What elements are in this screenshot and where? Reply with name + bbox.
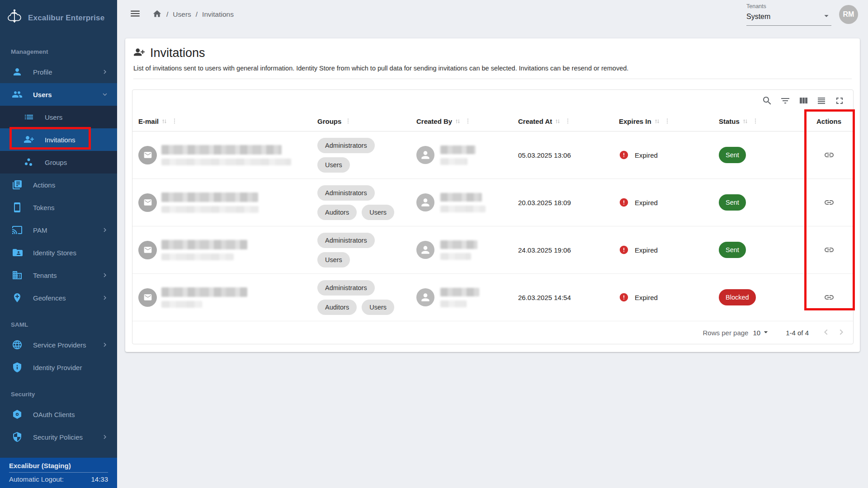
sidebar-section-header-management: Management: [0, 36, 117, 61]
breadcrumb-invitations[interactable]: Invitations: [202, 10, 234, 19]
invitation-link-button[interactable]: [824, 150, 835, 160]
sidebar-item-profile[interactable]: Profile: [0, 61, 117, 83]
table-pagination: Rows per page 10 1-4 of 4: [132, 321, 853, 344]
created-at-cell: 24.03.2025 19:06: [511, 246, 611, 254]
status-cell: Sent: [708, 194, 805, 211]
view-column-button[interactable]: [798, 95, 809, 106]
expires-in-cell: Expired: [611, 292, 708, 302]
table-header-row: E-mailGroupsCreated ByCreated AtExpires …: [132, 111, 853, 131]
created-at-cell: 26.03.2025 14:54: [511, 294, 611, 301]
cast-icon: [12, 225, 23, 235]
table-row: AdministratorsUsers24.03.2025 19:06Expir…: [132, 226, 853, 274]
previous-page-button[interactable]: [821, 327, 831, 339]
envelope-icon: [143, 198, 152, 207]
sidebar-item-label: Profile: [33, 68, 90, 76]
rows-per-page-select[interactable]: 10: [753, 328, 770, 338]
tenants-select[interactable]: Tenants System: [746, 3, 831, 26]
redacted-name: [440, 288, 479, 296]
column-menu-button[interactable]: [664, 117, 671, 125]
dropdown-arrow-icon: [761, 328, 770, 338]
user-avatar[interactable]: RM: [839, 5, 858, 24]
invitation-link-button[interactable]: [824, 292, 835, 303]
sort-icon[interactable]: [161, 118, 168, 125]
redacted-name-line2: [440, 300, 467, 307]
column-header-e-mail[interactable]: E-mail: [132, 117, 312, 125]
breadcrumb-home[interactable]: [152, 9, 162, 20]
sidebar-item-tenants[interactable]: Tenants: [0, 264, 117, 286]
home-icon: [152, 9, 162, 19]
sidebar-item-label: Geofences: [33, 294, 90, 302]
groups-icon: [24, 157, 34, 168]
filter-button[interactable]: [780, 95, 791, 106]
search-icon: [762, 95, 773, 106]
expires-in-label: Expired: [635, 151, 658, 159]
invitation-link-button[interactable]: [824, 197, 835, 208]
next-page-button[interactable]: [836, 327, 847, 339]
error-icon: [619, 292, 629, 302]
column-menu-button[interactable]: [752, 117, 759, 125]
breadcrumb: / Users / Invitations: [152, 9, 234, 20]
sidebar-item-pam[interactable]: PAM: [0, 219, 117, 241]
chevron-right-icon: [836, 327, 847, 338]
sidebar-item-identity-stores[interactable]: Identity Stores: [0, 241, 117, 264]
sidebar-item-security-policies[interactable]: Security Policies: [0, 426, 117, 448]
created-by-avatar: [416, 241, 434, 259]
column-header-status[interactable]: Status: [708, 117, 805, 125]
sidebar-item-identity-provider[interactable]: Identity Provider: [0, 356, 117, 379]
chevron-right-icon: [101, 294, 109, 302]
redacted-email-line2: [161, 301, 202, 308]
table-toolbar: [132, 90, 853, 111]
column-label: Status: [719, 117, 740, 125]
email-avatar: [138, 241, 157, 259]
created-at-cell: 05.03.2025 13:06: [511, 151, 611, 159]
arrow-dropdown-icon: [761, 328, 770, 337]
sort-icon[interactable]: [654, 118, 660, 125]
created-by-avatar: [416, 193, 434, 211]
redacted-email-line2: [161, 206, 259, 213]
security-shield-icon: [12, 432, 23, 442]
sidebar-item-geofences[interactable]: Geofences: [0, 286, 117, 309]
menu-toggle-button[interactable]: [129, 8, 141, 21]
topbar: / Users / Invitations Tenants System RM: [117, 0, 868, 29]
sort-icon[interactable]: [554, 118, 561, 125]
chevron-right-icon: [101, 341, 109, 349]
column-menu-button[interactable]: [464, 117, 472, 125]
sidebar-item-users[interactable]: Users: [0, 83, 117, 106]
breadcrumb-users[interactable]: Users: [173, 10, 191, 19]
invitation-link-button[interactable]: [824, 244, 835, 255]
arrow-dropdown-icon: [821, 11, 831, 21]
add-location-icon: [12, 292, 23, 303]
group-chip: Auditors: [317, 300, 357, 315]
sort-icon[interactable]: [454, 118, 461, 125]
fullscreen-button[interactable]: [834, 95, 845, 106]
view-headline-button[interactable]: [816, 95, 827, 106]
sort-icon[interactable]: [742, 118, 749, 125]
sidebar-item-invitations[interactable]: Invitations: [0, 128, 117, 151]
brand[interactable]: Excalibur Enterprise: [0, 0, 117, 36]
group-chip: Administrators: [317, 138, 375, 153]
column-label: Created At: [518, 117, 552, 125]
column-header-expires-in[interactable]: Expires In: [611, 117, 708, 125]
column-header-created-by[interactable]: Created By: [412, 117, 511, 125]
sidebar-item-users[interactable]: Users: [0, 106, 117, 128]
column-menu-button[interactable]: [171, 117, 178, 125]
sidebar-item-actions[interactable]: Actions: [0, 174, 117, 196]
email-cell: [132, 145, 312, 165]
pagination-range: 1-4 of 4: [786, 329, 809, 337]
sidebar-item-label: Tenants: [33, 272, 90, 279]
sidebar-item-groups[interactable]: Groups: [0, 151, 117, 174]
error-icon: [619, 197, 629, 207]
column-header-created-at[interactable]: Created At: [511, 117, 611, 125]
email-avatar: [138, 146, 157, 164]
redacted-email: [161, 240, 247, 249]
sidebar-item-oauth-clients[interactable]: OAuth Clients: [0, 403, 117, 426]
column-menu-button[interactable]: [564, 117, 571, 125]
sidebar-item-service-providers[interactable]: Service Providers: [0, 333, 117, 356]
search-button[interactable]: [762, 95, 773, 106]
expires-in-cell: Expired: [611, 197, 708, 207]
sidebar-item-tokens[interactable]: Tokens: [0, 196, 117, 219]
link-icon: [824, 197, 835, 208]
group-chip: Auditors: [317, 205, 357, 220]
menu-icon: [129, 8, 141, 19]
column-menu-button[interactable]: [344, 117, 352, 125]
